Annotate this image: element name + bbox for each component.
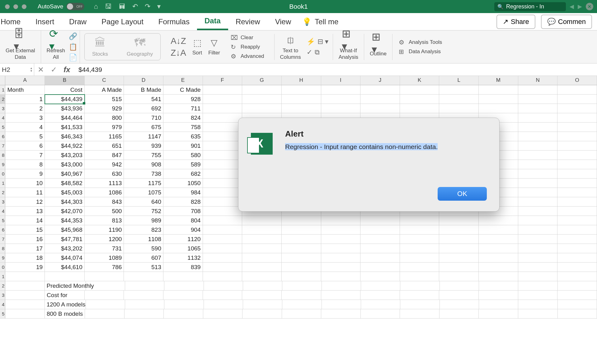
cell[interactable] [479, 253, 518, 263]
tab-data[interactable]: Data [197, 13, 228, 30]
cell[interactable] [439, 244, 479, 253]
cell[interactable] [518, 244, 558, 253]
cell[interactable] [518, 104, 558, 113]
cell[interactable] [321, 225, 361, 235]
cell[interactable] [321, 95, 361, 104]
column-header-K[interactable]: K [400, 76, 440, 85]
cell[interactable] [558, 281, 597, 291]
cell[interactable]: 984 [163, 188, 203, 197]
column-header-G[interactable]: G [242, 76, 282, 85]
cell[interactable]: 589 [163, 160, 203, 169]
data-validation-icon[interactable]: ✓ [307, 48, 312, 56]
cell[interactable]: 708 [163, 207, 203, 216]
cell[interactable]: $44,464 [45, 113, 85, 123]
cell[interactable] [400, 300, 440, 309]
cell[interactable] [439, 216, 479, 225]
cell[interactable] [360, 272, 400, 281]
get-external-data-group[interactable]: 🗄 ▾ Get External Data [0, 30, 41, 63]
minimize-window-icon[interactable] [13, 4, 18, 9]
cell[interactable]: 1065 [163, 244, 203, 253]
cell[interactable] [203, 95, 242, 104]
cell[interactable] [282, 253, 321, 263]
redo-icon[interactable]: ↷ [145, 2, 150, 11]
tab-review[interactable]: Review [228, 13, 268, 30]
cell[interactable]: 19 [5, 263, 45, 272]
cell[interactable] [5, 281, 45, 291]
cell[interactable] [85, 309, 125, 319]
cell[interactable]: 15 [5, 225, 45, 235]
cell[interactable]: 929 [85, 104, 124, 113]
cell[interactable] [360, 253, 400, 263]
cell[interactable] [557, 169, 597, 179]
cell[interactable] [321, 253, 361, 263]
cell[interactable] [282, 216, 321, 225]
cell[interactable] [440, 300, 479, 309]
connections-icon[interactable]: 🔗 [69, 32, 77, 40]
cell[interactable] [400, 244, 440, 253]
close-search-icon[interactable]: ✕ [586, 3, 593, 10]
row-header[interactable]: 7 [0, 235, 5, 244]
column-header-M[interactable]: M [479, 76, 518, 85]
confirm-formula-icon[interactable]: ✓ [47, 65, 60, 74]
cell[interactable]: 8 [5, 160, 45, 169]
cell[interactable]: $46,343 [45, 132, 85, 141]
cell[interactable] [400, 85, 440, 95]
cell[interactable] [479, 95, 518, 104]
cell[interactable]: $44,074 [45, 253, 85, 263]
home-icon[interactable]: ⌂ [94, 2, 98, 11]
cell[interactable] [479, 272, 518, 281]
cell[interactable] [203, 263, 242, 272]
cell[interactable] [203, 123, 242, 132]
row-header[interactable]: 4 [0, 113, 5, 123]
cell[interactable] [204, 300, 243, 309]
cell[interactable] [439, 272, 479, 281]
cell[interactable] [242, 216, 282, 225]
cell[interactable] [5, 309, 45, 319]
tell-me[interactable]: 💡 Tell me [302, 17, 338, 26]
cell[interactable]: 692 [124, 104, 163, 113]
analysis-tools-button[interactable]: ⚙Analysis Tools [399, 39, 442, 46]
name-box-down-icon[interactable]: ▼ [30, 70, 33, 72]
row-header[interactable]: 9 [0, 253, 5, 263]
cell[interactable]: $44,610 [45, 263, 85, 272]
cell[interactable] [518, 272, 558, 281]
cell[interactable] [203, 253, 242, 263]
cell[interactable] [557, 95, 597, 104]
cell[interactable]: 18 [5, 253, 45, 263]
cell[interactable]: 1089 [85, 253, 124, 263]
cell[interactable] [557, 160, 597, 169]
cell[interactable] [242, 225, 282, 235]
cell[interactable] [282, 300, 322, 309]
cell[interactable] [400, 225, 440, 235]
cell[interactable]: Cost [45, 85, 85, 95]
row-header[interactable]: 3 [0, 197, 5, 207]
cell[interactable] [557, 151, 597, 160]
cell[interactable]: 738 [124, 169, 163, 179]
cell[interactable] [557, 179, 597, 188]
cell[interactable]: 1200 [85, 235, 124, 244]
cell[interactable] [479, 216, 518, 225]
cell[interactable] [203, 207, 242, 216]
cell[interactable]: 901 [163, 141, 203, 151]
row-header[interactable]: 0 [0, 169, 5, 179]
cell[interactable] [203, 132, 242, 141]
cell[interactable] [557, 141, 597, 151]
cell[interactable]: 541 [124, 95, 163, 104]
cell[interactable]: $45,003 [45, 188, 85, 197]
cell[interactable] [5, 291, 45, 300]
cell[interactable] [203, 225, 242, 235]
select-all-corner[interactable] [0, 76, 5, 85]
cell[interactable] [282, 235, 321, 244]
cell[interactable] [203, 85, 242, 95]
cell[interactable] [242, 95, 282, 104]
cell[interactable] [518, 300, 557, 309]
cell[interactable]: 1190 [85, 225, 124, 235]
cell[interactable] [203, 235, 242, 244]
fx-icon[interactable]: fx [60, 65, 73, 74]
cell[interactable]: 989 [124, 216, 163, 225]
cell[interactable] [518, 188, 558, 197]
cell[interactable]: 824 [163, 113, 203, 123]
refresh-group[interactable]: ⟳ ▾ Refresh All 🔗 📋 📄 [41, 30, 80, 63]
flash-fill-icon[interactable]: ⚡ [307, 38, 315, 46]
cell[interactable]: 2 [5, 104, 45, 113]
